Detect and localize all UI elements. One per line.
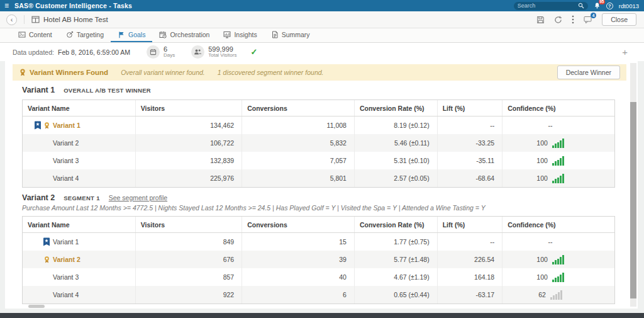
tab-label: Targeting bbox=[77, 31, 104, 38]
segment-results-table: Variant Name Visitors Conversions Conver… bbox=[22, 216, 615, 304]
column-header-variant-name[interactable]: Variant Name bbox=[23, 217, 135, 232]
comments-icon[interactable]: 4 bbox=[584, 16, 592, 24]
table-header-row: Variant Name Visitors Conversions Conver… bbox=[23, 217, 614, 233]
table-row[interactable]: Variant 1 134,462 11,008 8.19 (±0.12) --… bbox=[23, 116, 614, 134]
main-content: Variant Winners Found Overall variant wi… bbox=[0, 61, 644, 313]
goal-check-icon: ✓ bbox=[250, 47, 257, 57]
orchestration-tab-icon bbox=[159, 31, 167, 38]
username[interactable]: rdt0013 bbox=[619, 3, 639, 9]
task-title-bar: ‹ Hotel AB Home Test 4 Close bbox=[0, 11, 644, 28]
visitors-value: 132,839 bbox=[135, 152, 242, 169]
column-header-conversions[interactable]: Conversions bbox=[242, 217, 354, 232]
column-header-confidence[interactable]: Confidence (%) bbox=[502, 217, 614, 232]
vertical-scrollbar-thumb[interactable] bbox=[630, 102, 636, 298]
visitors-label: Total Visitors bbox=[208, 53, 236, 59]
more-options-icon[interactable] bbox=[572, 15, 574, 24]
content-tab-icon bbox=[18, 31, 26, 38]
winners-banner: Variant Winners Found Overall variant wi… bbox=[13, 64, 626, 81]
see-segment-profile-link[interactable]: See segment profile bbox=[109, 194, 167, 202]
notifications-bell-icon[interactable]: 95 bbox=[594, 2, 601, 9]
section-subtitle: SEGMENT 1 bbox=[64, 195, 100, 202]
vertical-scrollbar[interactable] bbox=[630, 63, 636, 307]
column-header-visitors[interactable]: Visitors bbox=[135, 100, 242, 116]
lift-value: -35.11 bbox=[437, 152, 502, 169]
table-row[interactable]: Variant 2 106,722 5,832 5.46 (±0.11) -33… bbox=[23, 134, 614, 152]
application-window: ≡ SAS® Customer Intelligence - Tasks 95 … bbox=[0, 0, 644, 318]
table-row[interactable]: Variant 3 132,839 7,057 5.31 (±0.10) -35… bbox=[23, 152, 614, 169]
confidence-value: 100 bbox=[536, 256, 548, 263]
search-input[interactable] bbox=[518, 3, 578, 9]
conversion-rate-value: 0.65 (±0.44) bbox=[354, 286, 437, 304]
banner-title: Variant Winners Found bbox=[30, 69, 108, 76]
info-bar: Data updated: Feb 8, 2016, 6:59:00 AM 6 … bbox=[0, 43, 644, 61]
search-box[interactable] bbox=[514, 2, 588, 10]
column-header-conversion-rate[interactable]: Conversion Rate (%) bbox=[354, 100, 437, 116]
visitors-value: 922 bbox=[135, 286, 242, 304]
refresh-icon[interactable] bbox=[554, 16, 562, 24]
tab-bar: Content Targeting Goals Orchestration In… bbox=[0, 28, 644, 43]
comment-count-badge: 4 bbox=[591, 13, 596, 18]
table-row[interactable]: Variant 4 922 6 0.65 (±0.44) -63.17 62 bbox=[23, 286, 614, 304]
column-header-lift[interactable]: Lift (%) bbox=[437, 100, 502, 116]
tab-content[interactable]: Content bbox=[11, 28, 59, 42]
column-header-lift[interactable]: Lift (%) bbox=[437, 217, 502, 232]
conversion-rate-value: 4.67 (±1.19) bbox=[354, 268, 437, 286]
visitors-icon bbox=[191, 45, 204, 59]
days-stat: 6 Days bbox=[147, 45, 175, 59]
column-header-conversion-rate[interactable]: Conversion Rate (%) bbox=[354, 217, 437, 232]
section-variant2-header: Variant 2 SEGMENT 1 See segment profile bbox=[22, 193, 167, 202]
column-header-conversions[interactable]: Conversions bbox=[242, 100, 354, 116]
declare-winner-button[interactable]: Declare Winner bbox=[557, 65, 620, 79]
hamburger-menu-icon[interactable]: ≡ bbox=[4, 2, 9, 9]
bookmark-icon[interactable] bbox=[34, 121, 42, 130]
conversions-value: 39 bbox=[242, 251, 354, 268]
data-updated-label: Data updated: bbox=[13, 48, 54, 56]
overall-results-table: Variant Name Visitors Conversions Conver… bbox=[22, 99, 615, 188]
save-icon[interactable] bbox=[536, 16, 545, 24]
confidence-value: 62 bbox=[538, 291, 546, 298]
conversions-value: 15 bbox=[242, 233, 354, 251]
back-button[interactable]: ‹ bbox=[6, 14, 17, 25]
conversions-value: 40 bbox=[242, 268, 354, 286]
visitors-value: 676 bbox=[135, 251, 242, 268]
calendar-icon bbox=[147, 45, 160, 59]
confidence-value: -- bbox=[502, 233, 614, 251]
tab-label: Orchestration bbox=[170, 31, 209, 38]
bookmark-icon[interactable] bbox=[43, 237, 50, 246]
horizontal-scrollbar-thumb[interactable] bbox=[28, 305, 45, 308]
close-button[interactable]: Close bbox=[602, 13, 636, 26]
table-row[interactable]: Variant 4 225,976 5,801 2.57 (±0.05) -68… bbox=[23, 169, 614, 187]
confidence-bars-icon bbox=[552, 255, 564, 264]
tab-summary[interactable]: Summary bbox=[264, 28, 317, 42]
table-row[interactable]: Variant 1 849 15 1.77 (±0.75) -- -- bbox=[23, 233, 614, 251]
variant-name: Variant 4 bbox=[53, 291, 79, 298]
task-name: Hotel AB Home Test bbox=[43, 16, 108, 23]
winner-medal-icon bbox=[43, 256, 50, 264]
variant-name: Variant 3 bbox=[53, 157, 79, 164]
tab-targeting[interactable]: Targeting bbox=[59, 28, 111, 42]
search-icon[interactable] bbox=[578, 3, 584, 9]
banner-message-overall: Overall variant winner found. bbox=[121, 69, 205, 76]
column-header-visitors[interactable]: Visitors bbox=[135, 217, 242, 232]
conversion-rate-value: 5.46 (±0.11) bbox=[354, 134, 437, 152]
add-button[interactable]: + bbox=[622, 47, 628, 57]
column-header-confidence[interactable]: Confidence (%) bbox=[502, 100, 614, 116]
table-row[interactable]: Variant 2 676 39 5.77 (±1.48) 226.54 100 bbox=[23, 251, 614, 268]
winner-medal-icon bbox=[43, 122, 50, 130]
confidence-value: 100 bbox=[536, 273, 548, 281]
column-header-variant-name[interactable]: Variant Name bbox=[23, 100, 135, 116]
total-visitors-stat: 599,999 Total Visitors bbox=[191, 45, 236, 59]
variant-name: Variant 2 bbox=[53, 256, 80, 263]
app-bar-right: 95 ? rdt0013 bbox=[514, 2, 639, 10]
section-subtitle: OVERALL A/B TEST WINNER bbox=[64, 87, 151, 94]
tab-orchestration[interactable]: Orchestration bbox=[152, 28, 216, 42]
help-icon[interactable]: ? bbox=[606, 3, 613, 9]
conversion-rate-value: 1.77 (±0.75) bbox=[354, 233, 437, 251]
visitors-value: 857 bbox=[135, 268, 242, 286]
tab-insights[interactable]: Insights bbox=[216, 28, 264, 42]
lift-value: -- bbox=[437, 233, 502, 251]
table-row[interactable]: Variant 3 857 40 4.67 (±1.19) 164.18 100 bbox=[23, 268, 614, 286]
segment-criteria: Purchase Amount Last 12 Months >= 4772.5… bbox=[22, 204, 486, 212]
tab-goals[interactable]: Goals bbox=[111, 28, 152, 42]
conversions-value: 7,057 bbox=[242, 152, 354, 169]
